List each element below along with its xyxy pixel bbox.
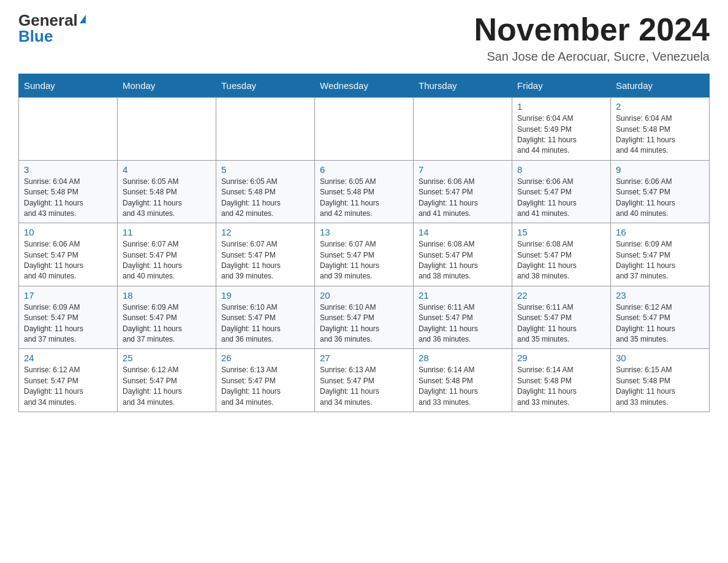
day-number: 2 bbox=[616, 101, 704, 112]
day-info: Sunrise: 6:05 AMSunset: 5:48 PMDaylight:… bbox=[123, 177, 211, 220]
day-header-friday: Friday bbox=[512, 74, 611, 98]
calendar-cell: 5Sunrise: 6:05 AMSunset: 5:48 PMDaylight… bbox=[216, 160, 315, 223]
calendar-cell: 30Sunrise: 6:15 AMSunset: 5:48 PMDayligh… bbox=[611, 349, 710, 412]
day-header-wednesday: Wednesday bbox=[315, 74, 414, 98]
day-info: Sunrise: 6:06 AMSunset: 5:47 PMDaylight:… bbox=[24, 239, 112, 282]
calendar-cell: 15Sunrise: 6:08 AMSunset: 5:47 PMDayligh… bbox=[512, 223, 611, 286]
day-number: 4 bbox=[123, 164, 211, 175]
day-info: Sunrise: 6:09 AMSunset: 5:47 PMDaylight:… bbox=[616, 239, 704, 282]
day-info: Sunrise: 6:09 AMSunset: 5:47 PMDaylight:… bbox=[24, 302, 112, 345]
day-number: 15 bbox=[517, 227, 605, 237]
day-number: 7 bbox=[419, 164, 507, 175]
week-row-1: 1Sunrise: 6:04 AMSunset: 5:49 PMDaylight… bbox=[19, 98, 710, 161]
day-number: 18 bbox=[123, 290, 211, 301]
day-number: 1 bbox=[517, 101, 605, 112]
calendar-cell: 24Sunrise: 6:12 AMSunset: 5:47 PMDayligh… bbox=[19, 349, 118, 412]
logo-general-text: General bbox=[18, 12, 78, 28]
calendar-cell bbox=[414, 98, 512, 161]
day-info: Sunrise: 6:04 AMSunset: 5:49 PMDaylight:… bbox=[517, 113, 605, 156]
day-info: Sunrise: 6:06 AMSunset: 5:47 PMDaylight:… bbox=[419, 177, 507, 220]
day-info: Sunrise: 6:13 AMSunset: 5:47 PMDaylight:… bbox=[320, 365, 408, 408]
day-number: 21 bbox=[419, 290, 507, 301]
week-row-3: 10Sunrise: 6:06 AMSunset: 5:47 PMDayligh… bbox=[19, 223, 710, 286]
day-info: Sunrise: 6:12 AMSunset: 5:47 PMDaylight:… bbox=[123, 365, 211, 408]
calendar-cell bbox=[118, 98, 216, 161]
calendar-cell: 8Sunrise: 6:06 AMSunset: 5:47 PMDaylight… bbox=[512, 160, 611, 223]
day-info: Sunrise: 6:13 AMSunset: 5:47 PMDaylight:… bbox=[221, 365, 309, 408]
calendar-cell: 2Sunrise: 6:04 AMSunset: 5:48 PMDaylight… bbox=[611, 98, 710, 161]
calendar-cell: 22Sunrise: 6:11 AMSunset: 5:47 PMDayligh… bbox=[512, 286, 611, 349]
calendar-cell: 19Sunrise: 6:10 AMSunset: 5:47 PMDayligh… bbox=[216, 286, 315, 349]
day-number: 24 bbox=[24, 353, 112, 363]
day-info: Sunrise: 6:10 AMSunset: 5:47 PMDaylight:… bbox=[221, 302, 309, 345]
calendar-cell: 17Sunrise: 6:09 AMSunset: 5:47 PMDayligh… bbox=[19, 286, 118, 349]
day-header-saturday: Saturday bbox=[611, 74, 710, 98]
calendar-cell: 1Sunrise: 6:04 AMSunset: 5:49 PMDaylight… bbox=[512, 98, 611, 161]
day-header-thursday: Thursday bbox=[414, 74, 512, 98]
page-header: General Blue November 2024 San Jose de A… bbox=[18, 12, 710, 64]
calendar-cell: 26Sunrise: 6:13 AMSunset: 5:47 PMDayligh… bbox=[216, 349, 315, 412]
day-number: 13 bbox=[320, 227, 408, 237]
calendar-cell: 12Sunrise: 6:07 AMSunset: 5:47 PMDayligh… bbox=[216, 223, 315, 286]
day-number: 10 bbox=[24, 227, 112, 237]
calendar-cell: 23Sunrise: 6:12 AMSunset: 5:47 PMDayligh… bbox=[611, 286, 710, 349]
day-number: 8 bbox=[517, 164, 605, 175]
calendar-cell bbox=[19, 98, 118, 161]
day-info: Sunrise: 6:09 AMSunset: 5:47 PMDaylight:… bbox=[123, 302, 211, 345]
day-number: 27 bbox=[320, 353, 408, 363]
title-block: November 2024 San Jose de Aerocuar, Sucr… bbox=[474, 12, 710, 64]
week-row-5: 24Sunrise: 6:12 AMSunset: 5:47 PMDayligh… bbox=[19, 349, 710, 412]
calendar-cell: 29Sunrise: 6:14 AMSunset: 5:48 PMDayligh… bbox=[512, 349, 611, 412]
calendar-cell: 27Sunrise: 6:13 AMSunset: 5:47 PMDayligh… bbox=[315, 349, 414, 412]
day-header-tuesday: Tuesday bbox=[216, 74, 315, 98]
calendar-cell bbox=[315, 98, 414, 161]
day-info: Sunrise: 6:15 AMSunset: 5:48 PMDaylight:… bbox=[616, 365, 704, 408]
day-info: Sunrise: 6:07 AMSunset: 5:47 PMDaylight:… bbox=[320, 239, 408, 282]
day-info: Sunrise: 6:04 AMSunset: 5:48 PMDaylight:… bbox=[24, 177, 112, 220]
day-info: Sunrise: 6:10 AMSunset: 5:47 PMDaylight:… bbox=[320, 302, 408, 345]
day-number: 28 bbox=[419, 353, 507, 363]
day-info: Sunrise: 6:11 AMSunset: 5:47 PMDaylight:… bbox=[419, 302, 507, 345]
day-info: Sunrise: 6:14 AMSunset: 5:48 PMDaylight:… bbox=[517, 365, 605, 408]
week-row-4: 17Sunrise: 6:09 AMSunset: 5:47 PMDayligh… bbox=[19, 286, 710, 349]
day-info: Sunrise: 6:05 AMSunset: 5:48 PMDaylight:… bbox=[320, 177, 408, 220]
day-number: 23 bbox=[616, 290, 704, 301]
day-info: Sunrise: 6:08 AMSunset: 5:47 PMDaylight:… bbox=[517, 239, 605, 282]
calendar-cell: 7Sunrise: 6:06 AMSunset: 5:47 PMDaylight… bbox=[414, 160, 512, 223]
calendar-cell: 28Sunrise: 6:14 AMSunset: 5:48 PMDayligh… bbox=[414, 349, 512, 412]
day-number: 11 bbox=[123, 227, 211, 237]
day-number: 29 bbox=[517, 353, 605, 363]
calendar-cell: 21Sunrise: 6:11 AMSunset: 5:47 PMDayligh… bbox=[414, 286, 512, 349]
day-info: Sunrise: 6:05 AMSunset: 5:48 PMDaylight:… bbox=[221, 177, 309, 220]
day-number: 19 bbox=[221, 290, 309, 301]
calendar-cell: 14Sunrise: 6:08 AMSunset: 5:47 PMDayligh… bbox=[414, 223, 512, 286]
location-title: San Jose de Aerocuar, Sucre, Venezuela bbox=[474, 50, 710, 64]
day-info: Sunrise: 6:12 AMSunset: 5:47 PMDaylight:… bbox=[616, 302, 704, 345]
calendar-cell: 10Sunrise: 6:06 AMSunset: 5:47 PMDayligh… bbox=[19, 223, 118, 286]
calendar-cell: 11Sunrise: 6:07 AMSunset: 5:47 PMDayligh… bbox=[118, 223, 216, 286]
day-number: 14 bbox=[419, 227, 507, 237]
calendar-cell: 6Sunrise: 6:05 AMSunset: 5:48 PMDaylight… bbox=[315, 160, 414, 223]
day-info: Sunrise: 6:14 AMSunset: 5:48 PMDaylight:… bbox=[419, 365, 507, 408]
day-info: Sunrise: 6:11 AMSunset: 5:47 PMDaylight:… bbox=[517, 302, 605, 345]
day-number: 5 bbox=[221, 164, 309, 175]
calendar-cell: 20Sunrise: 6:10 AMSunset: 5:47 PMDayligh… bbox=[315, 286, 414, 349]
logo-triangle-icon bbox=[80, 15, 86, 23]
calendar-cell bbox=[216, 98, 315, 161]
day-number: 3 bbox=[24, 164, 112, 175]
calendar-header-row: SundayMondayTuesdayWednesdayThursdayFrid… bbox=[19, 74, 710, 98]
day-info: Sunrise: 6:12 AMSunset: 5:47 PMDaylight:… bbox=[24, 365, 112, 408]
day-number: 30 bbox=[616, 353, 704, 363]
calendar-cell: 25Sunrise: 6:12 AMSunset: 5:47 PMDayligh… bbox=[118, 349, 216, 412]
day-number: 6 bbox=[320, 164, 408, 175]
day-info: Sunrise: 6:07 AMSunset: 5:47 PMDaylight:… bbox=[123, 239, 211, 282]
calendar-cell: 13Sunrise: 6:07 AMSunset: 5:47 PMDayligh… bbox=[315, 223, 414, 286]
week-row-2: 3Sunrise: 6:04 AMSunset: 5:48 PMDaylight… bbox=[19, 160, 710, 223]
day-info: Sunrise: 6:08 AMSunset: 5:47 PMDaylight:… bbox=[419, 239, 507, 282]
day-number: 26 bbox=[221, 353, 309, 363]
day-info: Sunrise: 6:07 AMSunset: 5:47 PMDaylight:… bbox=[221, 239, 309, 282]
calendar-cell: 3Sunrise: 6:04 AMSunset: 5:48 PMDaylight… bbox=[19, 160, 118, 223]
day-info: Sunrise: 6:06 AMSunset: 5:47 PMDaylight:… bbox=[616, 177, 704, 220]
calendar-cell: 4Sunrise: 6:05 AMSunset: 5:48 PMDaylight… bbox=[118, 160, 216, 223]
logo-blue-text: Blue bbox=[18, 28, 53, 44]
